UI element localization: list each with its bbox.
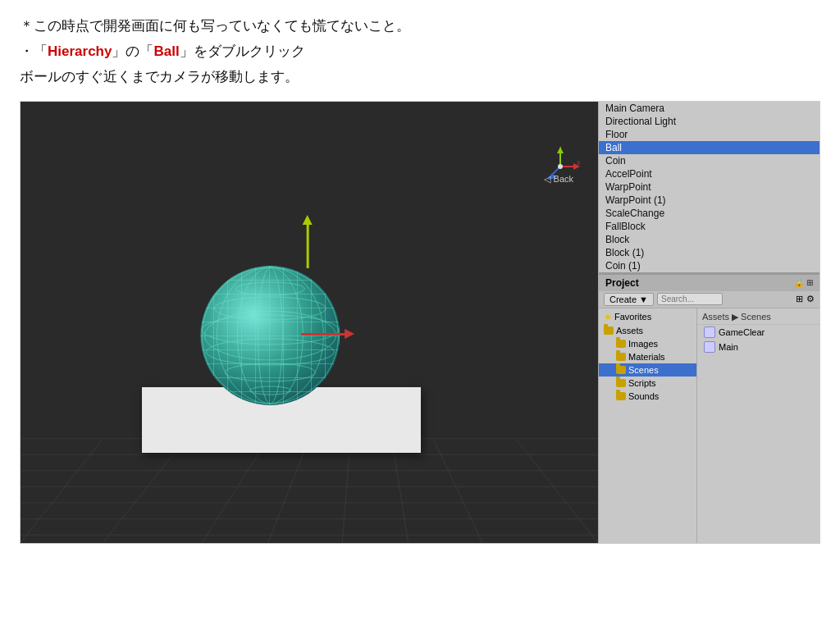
svg-text:X: X	[577, 160, 580, 166]
project-tree-item[interactable]: Assets	[599, 324, 696, 337]
instruction-line2: ・「Hierarchy」の「Ball」をダブルクリック	[20, 40, 820, 64]
hierarchy-item[interactable]: WarpPoint (1)	[599, 194, 819, 207]
y-axis-handle	[307, 223, 309, 268]
hierarchy-item[interactable]: Coin (1)	[599, 259, 819, 272]
project-header: Project 🔒 ⊞	[599, 275, 819, 291]
svg-point-24	[217, 267, 323, 404]
folder-icon	[616, 392, 626, 400]
ball-keyword: Ball	[153, 43, 179, 59]
hierarchy-item[interactable]: Floor	[599, 128, 819, 141]
scene-view[interactable]: Y X ◁ Back	[21, 102, 598, 543]
instruction-line1: ＊この時点で開発画面に何も写っていなくても慌てないこと。	[20, 15, 820, 39]
hierarchy-item[interactable]: Ball	[599, 141, 819, 154]
project-asset-item[interactable]: GameClear	[697, 325, 819, 340]
hierarchy-keyword: Hierarchy	[48, 43, 112, 59]
hierarchy-panel: Main CameraDirectional LightFloorBallCoi…	[599, 102, 819, 272]
screenshot-container: Y X ◁ Back Main CameraDirectional LightF…	[20, 101, 820, 544]
hierarchy-item[interactable]: Main Camera	[599, 102, 819, 115]
x-axis-handle	[301, 333, 346, 336]
svg-point-20	[249, 386, 290, 395]
folder-icon	[616, 340, 626, 348]
hierarchy-item[interactable]: Block (1)	[599, 246, 819, 259]
layout-icon[interactable]: ⊞	[796, 294, 803, 304]
svg-point-15	[235, 282, 304, 295]
instruction-area: ＊この時点で開発画面に何も写っていなくても慌てないこと。 ・「Hierarchy…	[0, 0, 840, 101]
svg-point-23	[258, 267, 282, 404]
svg-line-8	[342, 439, 350, 543]
svg-point-21	[202, 267, 338, 404]
svg-line-5	[103, 439, 186, 543]
project-tree-item[interactable]: ★ Favorites	[599, 310, 696, 324]
project-panel: Project 🔒 ⊞ Create ▼ ⊞ ⚙ ★ Favorites Ass…	[599, 273, 819, 543]
instruction-line3: ボールのすぐ近くまでカメラが移動します。	[20, 66, 820, 89]
svg-line-11	[515, 439, 598, 543]
project-tree-item[interactable]: Images	[599, 337, 696, 350]
scene-asset-icon	[704, 326, 715, 338]
favorites-icon: ★	[604, 312, 612, 322]
project-content: ★ Favorites Assets Images Materials Scen…	[599, 308, 819, 543]
project-title: Project	[605, 277, 639, 289]
project-tree-item[interactable]: Scenes	[599, 363, 696, 377]
project-toolbar: Create ▼ ⊞ ⚙	[599, 291, 819, 308]
svg-point-18	[206, 339, 334, 365]
project-assets: Assets ▶ Scenes GameClearMain	[697, 308, 819, 543]
project-tree-item[interactable]: Sounds	[599, 390, 696, 403]
svg-line-4	[21, 439, 103, 543]
svg-line-7	[268, 439, 309, 543]
hierarchy-item[interactable]: Directional Light	[599, 115, 819, 128]
hierarchy-item[interactable]: ScaleChange	[599, 207, 819, 220]
svg-line-9	[392, 439, 409, 543]
project-search[interactable]	[657, 293, 723, 305]
svg-point-19	[225, 363, 315, 381]
folder-icon	[604, 326, 614, 335]
svg-point-25	[204, 311, 336, 360]
svg-line-6	[202, 439, 267, 543]
project-tree: ★ Favorites Assets Images Materials Scen…	[599, 308, 697, 543]
back-button[interactable]: ◁ Back	[544, 174, 573, 185]
hierarchy-item[interactable]: Coin	[599, 154, 819, 167]
ball-container	[200, 266, 340, 405]
svg-point-22	[237, 267, 303, 404]
project-tree-item[interactable]: Scripts	[599, 377, 696, 390]
hierarchy-item[interactable]: FallBlock	[599, 220, 819, 233]
svg-line-10	[433, 439, 482, 543]
settings-icon[interactable]: ⚙	[806, 294, 815, 304]
svg-point-17	[202, 315, 338, 345]
project-breadcrumb: Assets ▶ Scenes	[697, 310, 819, 325]
folder-icon	[616, 353, 626, 361]
right-panel: Main CameraDirectional LightFloorBallCoi…	[598, 102, 819, 543]
ball-sphere	[200, 266, 340, 405]
svg-point-16	[214, 297, 326, 320]
create-button[interactable]: Create ▼	[604, 293, 654, 306]
hierarchy-item[interactable]: AccelPoint	[599, 167, 819, 180]
svg-text:Y: Y	[559, 147, 563, 150]
project-tree-item[interactable]: Materials	[599, 350, 696, 363]
hierarchy-items: Main CameraDirectional LightFloorBallCoi…	[599, 102, 819, 272]
folder-icon	[616, 379, 626, 387]
hierarchy-item[interactable]: Block	[599, 233, 819, 246]
folder-icon	[616, 366, 626, 374]
hierarchy-item[interactable]: WarpPoint	[599, 180, 819, 194]
svg-point-34	[558, 164, 563, 169]
project-asset-item[interactable]: Main	[697, 340, 819, 354]
scene-asset-icon	[704, 341, 715, 353]
